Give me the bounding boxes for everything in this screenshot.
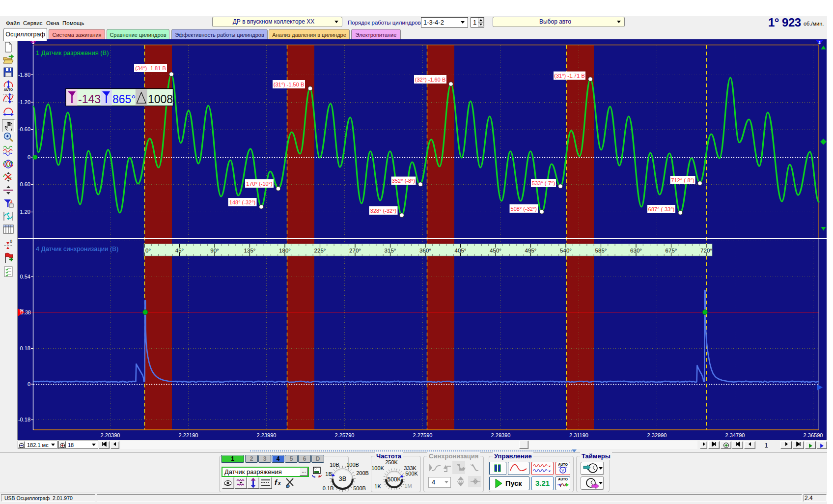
svg-text:1.20: 1.20: [20, 209, 30, 215]
svg-text:405°: 405°: [455, 248, 467, 253]
svg-text:135°: 135°: [244, 248, 256, 253]
svg-text:V: V: [561, 468, 564, 473]
svg-text:2.27590: 2.27590: [413, 432, 433, 438]
svg-text:0: 0: [28, 154, 30, 160]
svg-text:1008: 1008: [148, 93, 173, 106]
svg-text:360°: 360°: [419, 248, 431, 253]
svg-text:180°: 180°: [279, 248, 291, 253]
svg-text:2: 2: [818, 40, 821, 45]
svg-text:0.38: 0.38: [21, 309, 31, 315]
svg-text:3В: 3В: [338, 475, 346, 482]
svg-text:-143: -143: [78, 93, 101, 106]
svg-text:2.22190: 2.22190: [179, 432, 198, 438]
svg-text:720°: 720°: [700, 248, 712, 253]
svg-text:585°: 585°: [595, 248, 607, 253]
svg-text:-0.60: -0.60: [18, 126, 30, 132]
svg-text:533° (-7°): 533° (-7°): [532, 180, 555, 186]
svg-text:2.29390: 2.29390: [491, 432, 511, 438]
svg-text:148° (-32°): 148° (-32°): [229, 199, 255, 205]
svg-text:225°: 225°: [314, 248, 326, 253]
svg-text:270°: 270°: [349, 248, 361, 253]
svg-text:352° (-8°): 352° (-8°): [392, 178, 415, 184]
svg-text:450°: 450°: [490, 248, 501, 253]
svg-text:0.54: 0.54: [20, 274, 30, 280]
svg-text:508° (-32°): 508° (-32°): [511, 206, 537, 212]
svg-text:865°: 865°: [112, 93, 136, 106]
svg-text:2.25790: 2.25790: [335, 432, 355, 438]
svg-text:2.36590: 2.36590: [804, 432, 823, 438]
svg-text:(31°) -1.71 В: (31°) -1.71 В: [554, 73, 584, 79]
svg-text:1: 1: [32, 40, 34, 45]
svg-text:-0.18: -0.18: [18, 417, 30, 422]
svg-text:45°: 45°: [175, 248, 184, 253]
svg-text:0: 0: [10, 239, 12, 244]
svg-text:495°: 495°: [525, 248, 537, 253]
svg-text:315°: 315°: [385, 248, 396, 253]
svg-text:500K: 500K: [387, 476, 401, 482]
svg-text:2.31190: 2.31190: [569, 432, 588, 438]
svg-text:0.60: 0.60: [20, 181, 30, 187]
svg-text:328° (-32°): 328° (-32°): [370, 208, 396, 214]
svg-text:0.18: 0.18: [20, 345, 30, 351]
svg-text:675°: 675°: [666, 248, 677, 253]
svg-text:1 Датчик разряжения (В): 1 Датчик разряжения (В): [36, 49, 109, 56]
svg-text:630°: 630°: [630, 248, 642, 253]
svg-text:687° (-33°): 687° (-33°): [648, 206, 674, 212]
svg-text:540°: 540°: [560, 248, 572, 253]
svg-text:(32°) -1.60 В: (32°) -1.60 В: [415, 77, 445, 83]
svg-text:(34°) -1.81 В: (34°) -1.81 В: [135, 65, 166, 71]
svg-text:AUTO: AUTO: [4, 88, 13, 91]
svg-text:4 Датчик синхронизации (В): 4 Датчик синхронизации (В): [36, 245, 118, 252]
svg-text:(31°) -1.50 В: (31°) -1.50 В: [274, 82, 304, 87]
svg-text:2.23990: 2.23990: [257, 432, 277, 438]
svg-text:2: 2: [10, 199, 13, 204]
svg-text:2.20390: 2.20390: [101, 432, 120, 438]
svg-text:90°: 90°: [210, 248, 219, 253]
svg-text:0: 0: [28, 381, 30, 387]
svg-text:712° (-8°): 712° (-8°): [671, 177, 694, 183]
svg-text:2.32990: 2.32990: [647, 432, 667, 438]
svg-text:0°: 0°: [145, 248, 151, 253]
svg-text:170° (-10°): 170° (-10°): [246, 181, 272, 187]
svg-text:-1.20: -1.20: [18, 99, 30, 105]
svg-text:-1.80: -1.80: [18, 72, 30, 78]
svg-text:2.34790: 2.34790: [725, 432, 745, 438]
